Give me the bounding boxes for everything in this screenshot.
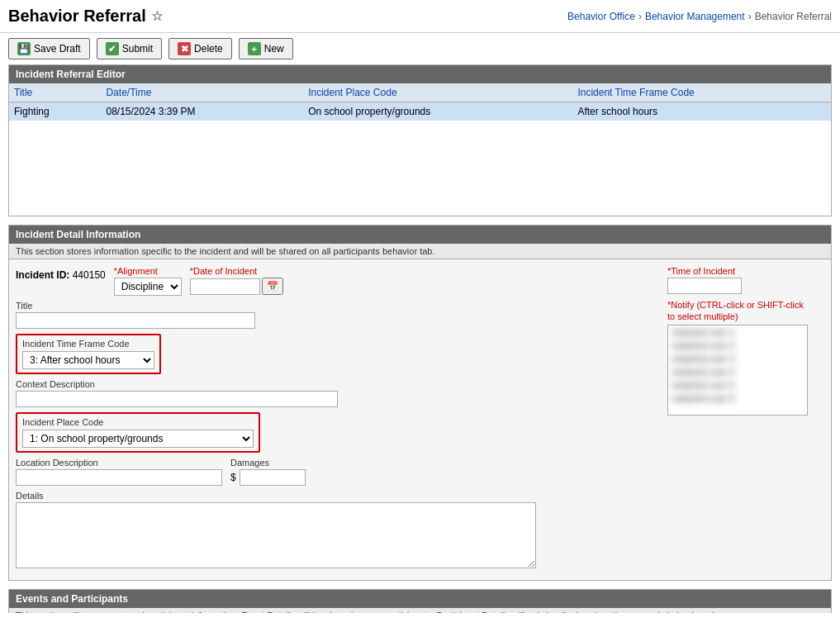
incident-detail-panel: Incident Detail Information This section…	[8, 225, 832, 581]
table-row[interactable]: Fighting 08/15/2024 3:39 PM On school pr…	[9, 102, 831, 121]
main-content: Incident Referral Editor Title Date/Time…	[0, 64, 840, 613]
new-button[interactable]: ＋ New	[239, 38, 293, 59]
row-time-frame: After school hours	[572, 102, 831, 121]
save-draft-icon: 💾	[17, 42, 31, 55]
list-item[interactable]: redacted user 5	[668, 378, 807, 392]
title-label: Title	[16, 301, 659, 311]
col-datetime[interactable]: Date/Time	[101, 83, 303, 102]
incident-detail-body: Incident ID: 440150 Alignment Discipline…	[9, 259, 831, 580]
location-group: Location Description Main gym	[16, 458, 222, 486]
alignment-group: Alignment Discipline	[114, 266, 182, 296]
row-title: Fighting	[9, 102, 101, 121]
context-label: Context Description	[16, 379, 659, 389]
events-header: Events and Participants	[9, 590, 831, 608]
incident-id-display: Incident ID: 440150	[16, 266, 106, 281]
alignment-label: Alignment	[114, 266, 182, 276]
notify-group: Notify (CTRL-click or SHIFT-click to sel…	[667, 299, 824, 416]
incident-detail-header: Incident Detail Information	[9, 226, 831, 244]
damages-label: Damages	[230, 458, 306, 468]
events-subtext: This section will store event and partic…	[9, 608, 831, 613]
date-label: Date of Incident	[190, 266, 283, 276]
time-frame-select[interactable]: 3: After school hours	[22, 351, 154, 369]
list-item[interactable]: redacted user 1	[668, 325, 807, 339]
damages-group: Damages $ 0.00	[230, 458, 306, 486]
incident-referral-table: Title Date/Time Incident Place Code Inci…	[9, 83, 831, 121]
incident-detail-subtext: This section stores information specific…	[9, 244, 831, 259]
save-draft-button[interactable]: 💾 Save Draft	[8, 38, 90, 59]
details-row: Details	[16, 491, 659, 568]
date-picker-button[interactable]: 📅	[262, 278, 283, 295]
list-item[interactable]: redacted user 3	[668, 352, 807, 365]
delete-label: Delete	[194, 43, 223, 55]
breadcrumb: Behavior Office › Behavior Management › …	[567, 11, 832, 22]
details-label: Details	[16, 491, 659, 501]
incident-id-group: Incident ID: 440150	[16, 266, 106, 281]
submit-icon: ✔	[106, 42, 119, 55]
incident-referral-panel: Incident Referral Editor Title Date/Time…	[8, 64, 832, 216]
page-header: Behavior Referral ☆ Behavior Office › Be…	[0, 0, 840, 33]
title-input[interactable]: Fighting	[16, 312, 255, 329]
damages-input-group: $ 0.00	[230, 469, 306, 486]
row-place-code: On school property/grounds	[303, 102, 572, 121]
place-code-label: Incident Place Code	[22, 417, 254, 427]
context-input[interactable]: Immediately following the end of the day…	[16, 391, 338, 407]
page-title: Behavior Referral ☆	[8, 7, 163, 26]
date-input[interactable]: 08/15/2024	[190, 278, 260, 295]
date-group: Date of Incident 08/15/2024 📅	[190, 266, 283, 295]
events-panel: Events and Participants This section wil…	[8, 589, 832, 613]
breadcrumb-behavior-management[interactable]: Behavior Management	[645, 11, 745, 22]
place-code-wrapper: Incident Place Code 1: On school propert…	[16, 412, 260, 453]
list-item[interactable]: redacted user 2	[668, 339, 807, 352]
list-item[interactable]: redacted user 4	[668, 365, 807, 378]
title-group: Title Fighting	[16, 301, 659, 329]
time-label: Time of Incident	[667, 266, 824, 276]
breadcrumb-current: Behavior Referral	[755, 11, 832, 22]
detail-right-col: Time of Incident 03:39 PM Notify (CTRL-c…	[667, 266, 824, 573]
alignment-select[interactable]: Discipline	[114, 278, 182, 296]
time-input[interactable]: 03:39 PM	[667, 278, 742, 294]
delete-icon: ✖	[178, 42, 191, 55]
place-code-row: Incident Place Code 1: On school propert…	[16, 412, 659, 453]
time-group: Time of Incident 03:39 PM	[667, 266, 824, 294]
currency-symbol: $	[230, 472, 236, 483]
details-textarea[interactable]	[16, 502, 536, 568]
save-draft-label: Save Draft	[34, 43, 81, 55]
damages-input[interactable]: 0.00	[240, 469, 306, 486]
incident-referral-table-container: Title Date/Time Incident Place Code Inci…	[9, 83, 831, 216]
notify-list[interactable]: redacted user 1 redacted user 2 redacted…	[667, 325, 808, 416]
new-icon: ＋	[248, 42, 261, 55]
toolbar: 💾 Save Draft ✔ Submit ✖ Delete ＋ New	[0, 33, 840, 64]
id-alignment-date-row: Incident ID: 440150 Alignment Discipline…	[16, 266, 659, 296]
col-title[interactable]: Title	[9, 83, 101, 102]
submit-label: Submit	[122, 43, 153, 55]
location-input[interactable]: Main gym	[16, 469, 222, 486]
context-group: Context Description Immediately followin…	[16, 379, 659, 407]
time-frame-wrapper: Incident Time Frame Code 3: After school…	[16, 334, 161, 374]
incident-referral-header: Incident Referral Editor	[9, 65, 831, 83]
title-row: Title Fighting	[16, 301, 659, 329]
place-code-select[interactable]: 1: On school property/grounds	[22, 430, 254, 448]
detail-top-section: Incident ID: 440150 Alignment Discipline…	[16, 266, 824, 573]
list-item[interactable]: redacted user 6	[668, 392, 807, 405]
page-title-text: Behavior Referral	[8, 7, 146, 26]
detail-left-col: Incident ID: 440150 Alignment Discipline…	[16, 266, 659, 573]
new-label: New	[264, 43, 284, 55]
submit-button[interactable]: ✔ Submit	[97, 38, 162, 59]
col-place-code[interactable]: Incident Place Code	[303, 83, 572, 102]
time-frame-row: Incident Time Frame Code 3: After school…	[16, 334, 659, 374]
table-header-row: Title Date/Time Incident Place Code Inci…	[9, 83, 831, 102]
favorite-star-icon[interactable]: ☆	[151, 8, 163, 24]
col-time-frame[interactable]: Incident Time Frame Code	[572, 83, 831, 102]
context-row: Context Description Immediately followin…	[16, 379, 659, 407]
breadcrumb-behavior-office[interactable]: Behavior Office	[567, 11, 635, 22]
breadcrumb-sep1: ›	[638, 11, 642, 22]
details-group: Details	[16, 491, 659, 568]
breadcrumb-sep2: ›	[748, 11, 752, 22]
row-datetime: 08/15/2024 3:39 PM	[101, 102, 303, 121]
location-damages-row: Location Description Main gym Damages $ …	[16, 458, 659, 486]
location-label: Location Description	[16, 458, 222, 468]
notify-label: Notify (CTRL-click or SHIFT-click to sel…	[667, 299, 812, 323]
delete-button[interactable]: ✖ Delete	[168, 38, 232, 59]
time-frame-label: Incident Time Frame Code	[22, 339, 154, 349]
